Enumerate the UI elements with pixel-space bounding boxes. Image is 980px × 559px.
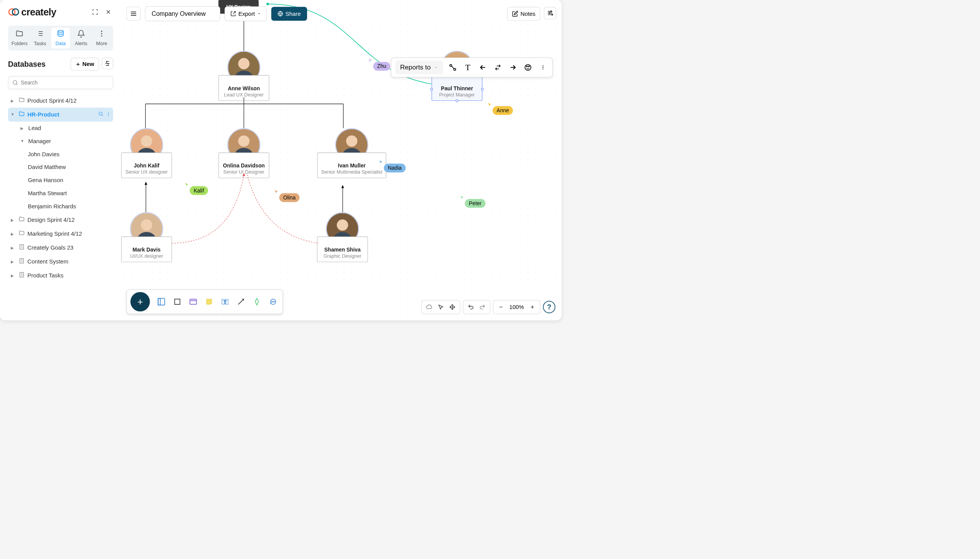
frame-tool[interactable] — [155, 296, 167, 308]
building-icon — [19, 244, 25, 252]
notes-button[interactable]: Notes — [507, 7, 541, 20]
redo-button[interactable] — [477, 302, 487, 312]
chevron-icon: ▶ — [11, 231, 16, 236]
text-tool[interactable]: T — [463, 62, 473, 73]
search-icon[interactable] — [98, 111, 103, 118]
logo-row: creately — [8, 6, 113, 18]
svg-point-36 — [238, 135, 249, 147]
svg-point-45 — [337, 220, 348, 231]
tab-data[interactable]: Data — [51, 28, 70, 48]
tree-item[interactable]: ▼HR-Product — [8, 108, 113, 122]
tab-tasks[interactable]: Tasks — [31, 28, 50, 48]
org-node[interactable]: Mark DavisUI/UX designer — [121, 236, 172, 262]
svg-point-39 — [346, 135, 357, 147]
pointer-tool[interactable] — [436, 302, 446, 312]
relation-toolbar: Reports to T — [391, 57, 553, 78]
arrow-left-tool[interactable] — [478, 62, 488, 73]
search-input[interactable] — [21, 79, 109, 86]
sticky-note-tool[interactable] — [203, 296, 215, 308]
logo: creately — [8, 6, 56, 18]
tab-more[interactable]: More — [92, 28, 111, 48]
tree-item[interactable]: ▶Content System — [8, 255, 113, 269]
sidebar: creately Folders Tasks Data Alerts More … — [0, 0, 121, 320]
export-button[interactable]: Export — [225, 6, 267, 21]
tree-item[interactable]: ▶Product Sprint 4/12 — [8, 94, 113, 108]
more-icon[interactable] — [106, 111, 110, 118]
add-button[interactable]: + — [130, 292, 150, 311]
close-icon[interactable] — [103, 7, 113, 17]
search-box[interactable] — [8, 76, 113, 89]
tree-item[interactable]: Martha Stewart — [8, 187, 113, 200]
settings-button[interactable] — [544, 7, 556, 19]
canvas-area: UX Design Anne WilsonLead UX DesignerPau… — [121, 0, 561, 320]
collaborator-cursor: Kalif — [190, 186, 208, 195]
tree-item[interactable]: Benjamin Richards — [8, 200, 113, 213]
org-node[interactable]: Ivan MullerSenior Multimedia Specialist — [317, 152, 386, 178]
connector-tool[interactable] — [235, 296, 247, 308]
cloud-sync-icon[interactable] — [424, 302, 434, 312]
swap-tool[interactable] — [493, 62, 504, 73]
more-tools[interactable] — [538, 62, 549, 73]
database-icon — [57, 30, 65, 40]
org-card: Mark DavisUI/UX designer — [121, 236, 172, 262]
org-node[interactable]: John KalifSenior UX designer — [121, 152, 172, 178]
undo-button[interactable] — [466, 302, 476, 312]
logo-text: creately — [21, 7, 56, 18]
svg-point-33 — [141, 135, 152, 147]
tree-item[interactable]: ▶Product Tasks — [8, 269, 113, 282]
person-role: UI/UX designer — [125, 253, 168, 259]
list-icon — [36, 30, 44, 40]
org-node[interactable]: Anne WilsonLead UX Designer — [218, 75, 269, 101]
pen-tool[interactable] — [251, 296, 263, 308]
tree-item[interactable]: David Matthew — [8, 161, 113, 174]
zoom-in-button[interactable] — [527, 302, 537, 312]
tree-item[interactable]: ▶Lead — [8, 122, 113, 135]
new-button[interactable]: New — [71, 58, 99, 71]
org-node[interactable]: Shamen ShivaGraphic Designer — [317, 236, 368, 262]
fullscreen-icon[interactable] — [90, 7, 100, 17]
tree-item[interactable]: Gena Hanson — [8, 174, 113, 187]
container-tool[interactable] — [187, 296, 199, 308]
org-node[interactable]: Paul ThinnerProject Manager — [431, 75, 482, 101]
person-role: Senior Multimedia Specialist — [321, 169, 382, 175]
tree-item-label: Gena Hanson — [28, 177, 63, 184]
svg-point-67 — [273, 301, 274, 302]
tree-item[interactable]: ▼Manager — [8, 135, 113, 148]
org-node[interactable]: Onlina DavidsonSenior UI Designer — [218, 152, 269, 178]
chevron-down-icon — [434, 66, 438, 69]
svg-rect-12 — [20, 258, 23, 263]
comment-tool[interactable] — [267, 296, 279, 308]
text-box-tool[interactable]: T — [219, 296, 231, 308]
relation-dropdown[interactable]: Reports to — [395, 61, 443, 74]
org-card: Onlina DavidsonSenior UI Designer — [218, 152, 269, 178]
tab-alerts[interactable]: Alerts — [72, 28, 91, 48]
share-button[interactable]: Share — [271, 7, 307, 20]
zoom-out-button[interactable] — [496, 302, 506, 312]
svg-point-42 — [141, 220, 152, 231]
rectangle-tool[interactable] — [171, 296, 184, 308]
canvas[interactable]: UX Design Anne WilsonLead UX DesignerPau… — [121, 0, 561, 320]
svg-point-66 — [272, 301, 272, 302]
svg-rect-11 — [20, 245, 23, 249]
line-tool[interactable] — [448, 62, 458, 73]
color-tool[interactable] — [523, 62, 534, 73]
export-icon — [230, 11, 236, 17]
arrow-right-tool[interactable] — [508, 62, 519, 73]
sidebar-tabs: Folders Tasks Data Alerts More — [8, 25, 113, 51]
tree-item[interactable]: ▶Marketing Sprint 4/12 — [8, 227, 113, 241]
help-button[interactable]: ? — [543, 301, 555, 313]
tree-item-label: David Matthew — [28, 164, 66, 171]
pan-tool[interactable] — [447, 302, 457, 312]
filter-button[interactable] — [102, 58, 113, 69]
more-icon — [98, 30, 106, 40]
svg-point-7 — [99, 112, 102, 115]
tree-item[interactable]: John Davies — [8, 148, 113, 161]
tree-item[interactable]: ▶Creately Goals 23 — [8, 241, 113, 255]
org-card: Paul ThinnerProject Manager — [431, 75, 482, 101]
tree-item-label: Lead — [28, 125, 41, 132]
tree-item[interactable]: ▶Design Sprint 4/12 — [8, 213, 113, 227]
tab-folders[interactable]: Folders — [10, 28, 29, 48]
menu-button[interactable] — [127, 7, 141, 21]
document-title[interactable]: Company Overview — [145, 6, 220, 21]
person-role: Lead UX Designer — [222, 92, 265, 98]
